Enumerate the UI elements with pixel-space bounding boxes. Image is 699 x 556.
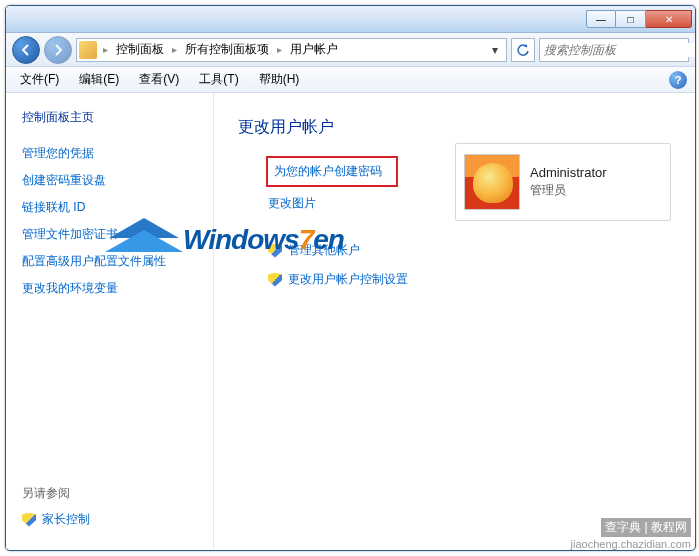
control-panel-icon — [79, 41, 97, 59]
sidebar-link-credentials[interactable]: 管理您的凭据 — [18, 140, 201, 167]
menu-help[interactable]: 帮助(H) — [251, 68, 308, 91]
main-panel: 更改用户帐户 为您的帐户创建密码 更改图片 管理其他帐户 更改用户帐户控制设置 — [214, 93, 695, 549]
breadcrumb-item[interactable]: 用户帐户 — [286, 39, 342, 60]
sidebar-link-password-reset[interactable]: 创建密码重设盘 — [18, 167, 201, 194]
task-manage-other[interactable]: 管理其他帐户 — [266, 236, 671, 265]
breadcrumb-item[interactable]: 所有控制面板项 — [181, 39, 273, 60]
account-role: 管理员 — [530, 182, 607, 199]
maximize-button[interactable]: □ — [616, 10, 646, 28]
sidebar-title[interactable]: 控制面板主页 — [18, 109, 201, 126]
search-input[interactable] — [544, 43, 695, 57]
task-label: 更改用户帐户控制设置 — [288, 271, 408, 288]
chevron-right-icon: ▸ — [275, 44, 284, 55]
task-change-uac[interactable]: 更改用户帐户控制设置 — [266, 265, 671, 294]
account-card: Administrator 管理员 — [455, 143, 671, 221]
titlebar: — □ ✕ — [6, 6, 695, 33]
footer-watermark: 查字典 | 教程网 jiaocheng.chazidian.com — [571, 518, 691, 550]
menu-view[interactable]: 查看(V) — [131, 68, 187, 91]
menu-edit[interactable]: 编辑(E) — [71, 68, 127, 91]
breadcrumb[interactable]: ▸ 控制面板 ▸ 所有控制面板项 ▸ 用户帐户 ▾ — [76, 38, 507, 62]
help-button[interactable]: ? — [669, 71, 687, 89]
menu-bar: 文件(F) 编辑(E) 查看(V) 工具(T) 帮助(H) ? — [6, 67, 695, 93]
account-name: Administrator — [530, 165, 607, 180]
footer-watermark-main: 查字典 | 教程网 — [601, 518, 691, 537]
task-label: 为您的帐户创建密码 — [274, 163, 382, 180]
menu-file[interactable]: 文件(F) — [12, 68, 67, 91]
sidebar-footer-title: 另请参阅 — [18, 481, 201, 506]
task-label: 更改图片 — [268, 195, 316, 212]
shield-icon — [268, 244, 282, 258]
sidebar-link-parental[interactable]: 家长控制 — [18, 506, 201, 533]
shield-icon — [268, 273, 282, 287]
sidebar-link-encryption[interactable]: 管理文件加密证书 — [18, 221, 201, 248]
sidebar-footer-link-label: 家长控制 — [42, 511, 90, 528]
content-area: 控制面板主页 管理您的凭据 创建密码重设盘 链接联机 ID 管理文件加密证书 配… — [6, 93, 695, 549]
breadcrumb-dropdown[interactable]: ▾ — [486, 43, 504, 57]
page-title: 更改用户帐户 — [238, 117, 671, 138]
breadcrumb-item[interactable]: 控制面板 — [112, 39, 168, 60]
minimize-button[interactable]: — — [586, 10, 616, 28]
sidebar-link-online-id[interactable]: 链接联机 ID — [18, 194, 201, 221]
task-label: 管理其他帐户 — [288, 242, 360, 259]
search-icon — [695, 41, 696, 58]
forward-button[interactable] — [44, 36, 72, 64]
refresh-button[interactable] — [511, 38, 535, 62]
menu-tools[interactable]: 工具(T) — [191, 68, 246, 91]
back-button[interactable] — [12, 36, 40, 64]
window-frame: — □ ✕ ▸ 控制面板 ▸ 所有控制面板项 ▸ 用户帐户 ▾ — [5, 5, 696, 551]
navigation-bar: ▸ 控制面板 ▸ 所有控制面板项 ▸ 用户帐户 ▾ — [6, 33, 695, 67]
chevron-right-icon: ▸ — [170, 44, 179, 55]
task-create-password[interactable]: 为您的帐户创建密码 — [266, 156, 398, 187]
sidebar-link-advanced-profile[interactable]: 配置高级用户配置文件属性 — [18, 248, 201, 275]
close-button[interactable]: ✕ — [646, 10, 692, 28]
footer-watermark-sub: jiaocheng.chazidian.com — [571, 538, 691, 550]
shield-icon — [22, 513, 36, 527]
search-box[interactable] — [539, 38, 689, 62]
sidebar-link-env-vars[interactable]: 更改我的环境变量 — [18, 275, 201, 302]
chevron-right-icon: ▸ — [101, 44, 110, 55]
sidebar: 控制面板主页 管理您的凭据 创建密码重设盘 链接联机 ID 管理文件加密证书 配… — [6, 93, 214, 549]
avatar — [464, 154, 520, 210]
